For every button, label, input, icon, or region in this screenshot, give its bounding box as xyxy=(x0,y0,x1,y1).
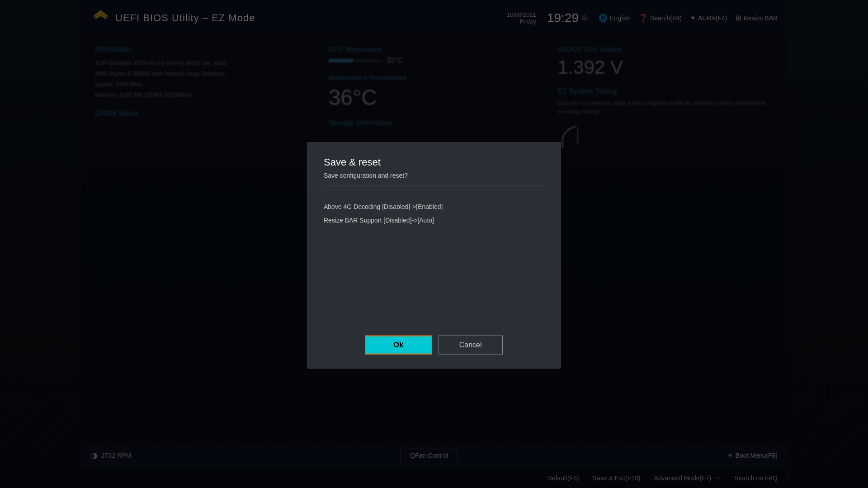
save-reset-dialog: Save & reset Save configuration and rese… xyxy=(307,142,561,369)
dialog-subtitle: Save configuration and reset? xyxy=(324,171,544,179)
dialog-divider xyxy=(324,185,544,186)
dialog-buttons: Ok Cancel xyxy=(324,331,544,355)
change-item-2: Resize BAR Support [Disabled]->[Auto] xyxy=(324,213,544,227)
dialog-spacer xyxy=(324,241,544,331)
cancel-button[interactable]: Cancel xyxy=(439,336,503,355)
dialog-changes-list: Above 4G Decoding [Disabled]->[Enabled] … xyxy=(324,195,544,232)
change-item-1: Above 4G Decoding [Disabled]->[Enabled] xyxy=(324,199,544,213)
ok-button[interactable]: Ok xyxy=(365,336,431,355)
dialog-title: Save & reset xyxy=(324,156,544,168)
